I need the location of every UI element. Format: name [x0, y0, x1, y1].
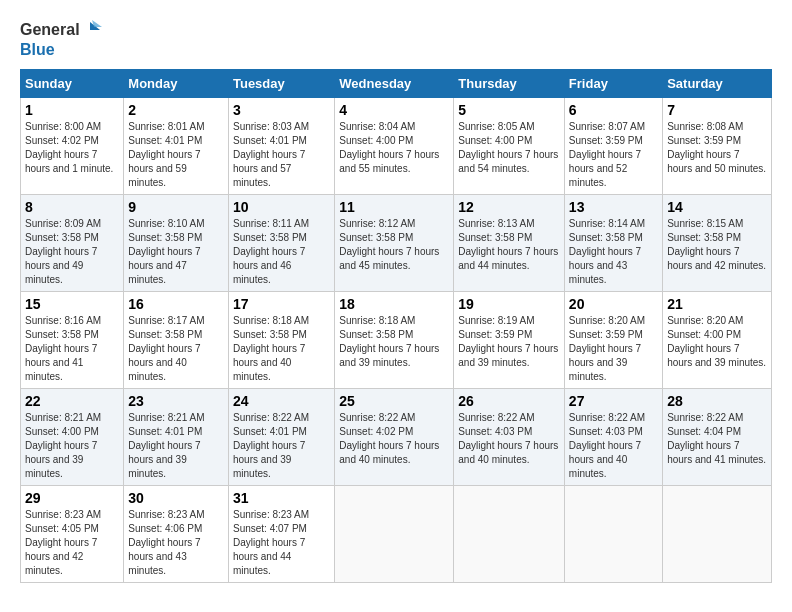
- day-number: 28: [667, 393, 767, 409]
- calendar-cell: 2Sunrise: 8:01 AMSunset: 4:01 PMDaylight…: [124, 98, 229, 195]
- day-number: 30: [128, 490, 224, 506]
- day-number: 19: [458, 296, 560, 312]
- header-tuesday: Tuesday: [228, 70, 334, 98]
- day-info: Sunrise: 8:22 AMSunset: 4:01 PMDaylight …: [233, 411, 330, 481]
- day-number: 2: [128, 102, 224, 118]
- day-info: Sunrise: 8:20 AMSunset: 4:00 PMDaylight …: [667, 314, 767, 370]
- header-sunday: Sunday: [21, 70, 124, 98]
- calendar-cell: 4Sunrise: 8:04 AMSunset: 4:00 PMDaylight…: [335, 98, 454, 195]
- calendar-cell: 14Sunrise: 8:15 AMSunset: 3:58 PMDayligh…: [663, 195, 772, 292]
- logo: General Blue: [20, 20, 102, 59]
- day-number: 26: [458, 393, 560, 409]
- page-header: General Blue: [20, 20, 772, 59]
- day-info: Sunrise: 8:03 AMSunset: 4:01 PMDaylight …: [233, 120, 330, 190]
- calendar-cell: [454, 486, 565, 583]
- logo-chevron-icon: [82, 20, 102, 40]
- calendar-week-row: 15Sunrise: 8:16 AMSunset: 3:58 PMDayligh…: [21, 292, 772, 389]
- calendar-cell: 3Sunrise: 8:03 AMSunset: 4:01 PMDaylight…: [228, 98, 334, 195]
- calendar-cell: 31Sunrise: 8:23 AMSunset: 4:07 PMDayligh…: [228, 486, 334, 583]
- header-thursday: Thursday: [454, 70, 565, 98]
- day-number: 21: [667, 296, 767, 312]
- day-info: Sunrise: 8:10 AMSunset: 3:58 PMDaylight …: [128, 217, 224, 287]
- day-number: 3: [233, 102, 330, 118]
- calendar-cell: [335, 486, 454, 583]
- calendar-cell: 30Sunrise: 8:23 AMSunset: 4:06 PMDayligh…: [124, 486, 229, 583]
- calendar-cell: 1Sunrise: 8:00 AMSunset: 4:02 PMDaylight…: [21, 98, 124, 195]
- header-wednesday: Wednesday: [335, 70, 454, 98]
- calendar-cell: 15Sunrise: 8:16 AMSunset: 3:58 PMDayligh…: [21, 292, 124, 389]
- calendar-cell: 25Sunrise: 8:22 AMSunset: 4:02 PMDayligh…: [335, 389, 454, 486]
- day-number: 11: [339, 199, 449, 215]
- day-number: 12: [458, 199, 560, 215]
- calendar-cell: 23Sunrise: 8:21 AMSunset: 4:01 PMDayligh…: [124, 389, 229, 486]
- day-number: 22: [25, 393, 119, 409]
- day-info: Sunrise: 8:16 AMSunset: 3:58 PMDaylight …: [25, 314, 119, 384]
- day-info: Sunrise: 8:21 AMSunset: 4:00 PMDaylight …: [25, 411, 119, 481]
- day-number: 25: [339, 393, 449, 409]
- day-number: 4: [339, 102, 449, 118]
- calendar-cell: 12Sunrise: 8:13 AMSunset: 3:58 PMDayligh…: [454, 195, 565, 292]
- calendar-week-row: 22Sunrise: 8:21 AMSunset: 4:00 PMDayligh…: [21, 389, 772, 486]
- calendar-cell: 20Sunrise: 8:20 AMSunset: 3:59 PMDayligh…: [564, 292, 662, 389]
- day-info: Sunrise: 8:23 AMSunset: 4:06 PMDaylight …: [128, 508, 224, 578]
- day-number: 27: [569, 393, 658, 409]
- day-info: Sunrise: 8:14 AMSunset: 3:58 PMDaylight …: [569, 217, 658, 287]
- day-info: Sunrise: 8:23 AMSunset: 4:07 PMDaylight …: [233, 508, 330, 578]
- day-number: 7: [667, 102, 767, 118]
- day-info: Sunrise: 8:05 AMSunset: 4:00 PMDaylight …: [458, 120, 560, 176]
- day-number: 14: [667, 199, 767, 215]
- calendar-cell: 28Sunrise: 8:22 AMSunset: 4:04 PMDayligh…: [663, 389, 772, 486]
- day-number: 17: [233, 296, 330, 312]
- calendar-week-row: 8Sunrise: 8:09 AMSunset: 3:58 PMDaylight…: [21, 195, 772, 292]
- day-number: 5: [458, 102, 560, 118]
- logo-text-general: General: [20, 20, 80, 39]
- calendar-cell: 11Sunrise: 8:12 AMSunset: 3:58 PMDayligh…: [335, 195, 454, 292]
- day-info: Sunrise: 8:15 AMSunset: 3:58 PMDaylight …: [667, 217, 767, 273]
- day-number: 1: [25, 102, 119, 118]
- calendar-week-row: 1Sunrise: 8:00 AMSunset: 4:02 PMDaylight…: [21, 98, 772, 195]
- calendar-table: SundayMondayTuesdayWednesdayThursdayFrid…: [20, 69, 772, 583]
- day-number: 15: [25, 296, 119, 312]
- calendar-cell: 6Sunrise: 8:07 AMSunset: 3:59 PMDaylight…: [564, 98, 662, 195]
- calendar-header-row: SundayMondayTuesdayWednesdayThursdayFrid…: [21, 70, 772, 98]
- calendar-cell: 19Sunrise: 8:19 AMSunset: 3:59 PMDayligh…: [454, 292, 565, 389]
- calendar-cell: 24Sunrise: 8:22 AMSunset: 4:01 PMDayligh…: [228, 389, 334, 486]
- header-friday: Friday: [564, 70, 662, 98]
- day-info: Sunrise: 8:19 AMSunset: 3:59 PMDaylight …: [458, 314, 560, 370]
- day-number: 31: [233, 490, 330, 506]
- day-number: 24: [233, 393, 330, 409]
- day-info: Sunrise: 8:22 AMSunset: 4:02 PMDaylight …: [339, 411, 449, 467]
- day-number: 16: [128, 296, 224, 312]
- calendar-week-row: 29Sunrise: 8:23 AMSunset: 4:05 PMDayligh…: [21, 486, 772, 583]
- logo-text-blue: Blue: [20, 40, 55, 59]
- calendar-cell: 17Sunrise: 8:18 AMSunset: 3:58 PMDayligh…: [228, 292, 334, 389]
- calendar-cell: 8Sunrise: 8:09 AMSunset: 3:58 PMDaylight…: [21, 195, 124, 292]
- calendar-cell: 10Sunrise: 8:11 AMSunset: 3:58 PMDayligh…: [228, 195, 334, 292]
- day-number: 29: [25, 490, 119, 506]
- day-info: Sunrise: 8:18 AMSunset: 3:58 PMDaylight …: [233, 314, 330, 384]
- day-info: Sunrise: 8:00 AMSunset: 4:02 PMDaylight …: [25, 120, 119, 176]
- day-number: 23: [128, 393, 224, 409]
- day-info: Sunrise: 8:13 AMSunset: 3:58 PMDaylight …: [458, 217, 560, 273]
- header-monday: Monday: [124, 70, 229, 98]
- calendar-cell: 13Sunrise: 8:14 AMSunset: 3:58 PMDayligh…: [564, 195, 662, 292]
- day-number: 8: [25, 199, 119, 215]
- calendar-cell: 18Sunrise: 8:18 AMSunset: 3:58 PMDayligh…: [335, 292, 454, 389]
- calendar-cell: 16Sunrise: 8:17 AMSunset: 3:58 PMDayligh…: [124, 292, 229, 389]
- calendar-cell: [564, 486, 662, 583]
- calendar-cell: [663, 486, 772, 583]
- day-info: Sunrise: 8:23 AMSunset: 4:05 PMDaylight …: [25, 508, 119, 578]
- day-number: 6: [569, 102, 658, 118]
- calendar-cell: 5Sunrise: 8:05 AMSunset: 4:00 PMDaylight…: [454, 98, 565, 195]
- day-info: Sunrise: 8:17 AMSunset: 3:58 PMDaylight …: [128, 314, 224, 384]
- day-info: Sunrise: 8:22 AMSunset: 4:03 PMDaylight …: [569, 411, 658, 481]
- day-info: Sunrise: 8:21 AMSunset: 4:01 PMDaylight …: [128, 411, 224, 481]
- header-saturday: Saturday: [663, 70, 772, 98]
- day-info: Sunrise: 8:04 AMSunset: 4:00 PMDaylight …: [339, 120, 449, 176]
- day-info: Sunrise: 8:22 AMSunset: 4:03 PMDaylight …: [458, 411, 560, 467]
- calendar-cell: 22Sunrise: 8:21 AMSunset: 4:00 PMDayligh…: [21, 389, 124, 486]
- calendar-cell: 26Sunrise: 8:22 AMSunset: 4:03 PMDayligh…: [454, 389, 565, 486]
- day-number: 10: [233, 199, 330, 215]
- calendar-cell: 29Sunrise: 8:23 AMSunset: 4:05 PMDayligh…: [21, 486, 124, 583]
- calendar-cell: 21Sunrise: 8:20 AMSunset: 4:00 PMDayligh…: [663, 292, 772, 389]
